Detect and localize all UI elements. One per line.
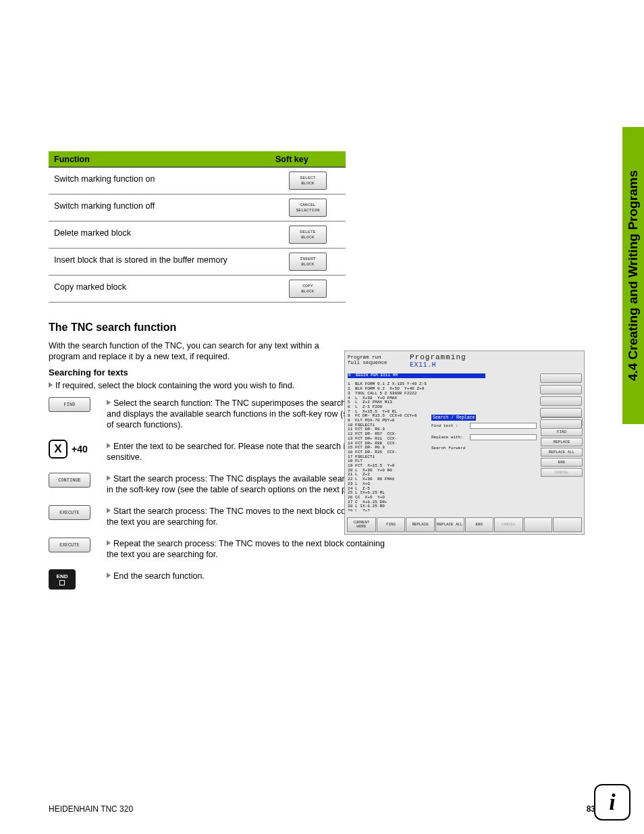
triangle-bullet-icon (107, 540, 111, 546)
softkey-find[interactable]: FIND (49, 397, 90, 412)
dialog-btn-replace-all[interactable]: REPLACE ALL (541, 448, 583, 457)
step-text: Start the search process: The TNC moves … (107, 504, 385, 527)
vertical-softkeys (540, 373, 582, 429)
section-tab-label: 4.4 Creating and Writing Programs (626, 170, 641, 381)
info-icon: i (594, 784, 630, 820)
bottom-softkey (553, 517, 582, 532)
triangle-bullet-icon (107, 400, 111, 405)
triangle-bullet-icon (107, 443, 111, 448)
bottom-softkey[interactable]: FIND (377, 517, 406, 532)
program-file: EX11.H (410, 361, 581, 369)
softkey-continue[interactable]: CONTINUE (49, 473, 90, 488)
step-text: End the search function. (107, 569, 385, 581)
bottom-softkey[interactable]: REPLACE (406, 517, 435, 532)
dialog-btn-cancel[interactable]: CANCEL (541, 468, 583, 477)
step-row: ENDEnd the search function. (49, 569, 385, 590)
softkey-button[interactable]: CANCELSELECTION (289, 199, 327, 217)
preline: If required, select the block containing… (49, 380, 331, 391)
table-row: Switch marking function onSELECTBLOCK (49, 167, 346, 194)
step-text: Start the search process: The TNC displa… (107, 472, 385, 495)
axis-key-x[interactable]: X+40 (49, 440, 88, 459)
step-row: X+40Enter the text to be searched for. P… (49, 440, 385, 463)
find-text-input[interactable] (470, 423, 537, 429)
steps-list: FINDSelect the search function: The TNC … (49, 396, 385, 590)
end-key[interactable]: END (49, 569, 76, 590)
softkey-execute[interactable]: EXECUTE (49, 538, 90, 552)
function-cell: Copy marked block (49, 276, 270, 303)
bottom-softkey[interactable]: REPLACE ALL (435, 517, 464, 532)
footer-product: HEIDENHAIN TNC 320 (49, 804, 133, 814)
bottom-softkey[interactable]: CANCEL (494, 517, 523, 532)
step-row: EXECUTEStart the search process: The TNC… (49, 504, 385, 527)
replace-with-input[interactable] (470, 434, 537, 440)
softkey-execute[interactable]: EXECUTE (49, 505, 90, 520)
bottom-softkey[interactable]: END (465, 517, 494, 532)
dialog-btn-end[interactable]: END (541, 458, 583, 467)
col-function: Function (49, 151, 270, 167)
step-text: Repeat the search process: The TNC moves… (107, 537, 385, 560)
table-row: Copy marked blockCOPYBLOCK (49, 276, 346, 303)
table-row: Insert block that is stored in the buffe… (49, 249, 346, 276)
search-replace-dialog: Search / Replace Find text : Replace wit… (431, 415, 537, 452)
softkey-button[interactable]: DELETEBLOCK (289, 226, 327, 244)
step-row: EXECUTERepeat the search process: The TN… (49, 537, 385, 560)
page-footer: HEIDENHAIN TNC 320 83 (49, 804, 595, 814)
bottom-softkey[interactable]: CURRENTWORD (347, 517, 376, 532)
dialog-title: Search / Replace (431, 415, 476, 421)
tnc-screenshot: Program run full sequence Programming EX… (344, 350, 585, 535)
table-row: Switch marking function offCANCELSELECTI… (49, 194, 346, 221)
function-cell: Delete marked block (49, 221, 270, 249)
bottom-softkey-row: CURRENTWORDFINDREPLACEREPLACE ALLENDCANC… (347, 517, 582, 532)
section-heading: The TNC search function (49, 321, 595, 334)
softkey-button[interactable]: COPYBLOCK (289, 280, 327, 298)
softkey-button[interactable]: SELECTBLOCK (289, 172, 327, 190)
bottom-softkey (524, 517, 553, 532)
mode-right: Programming (410, 353, 581, 361)
step-row: FINDSelect the search function: The TNC … (49, 396, 385, 430)
dialog-btn-replace[interactable]: REPLACE (541, 438, 583, 446)
col-softkey: Soft key (270, 151, 346, 167)
triangle-bullet-icon (49, 382, 53, 388)
triangle-bullet-icon (107, 508, 111, 513)
triangle-bullet-icon (107, 475, 111, 481)
mode-left: Program run full sequence (345, 351, 407, 371)
intro-paragraph: With the search function of the TNC, you… (49, 340, 331, 362)
step-text: Select the search function: The TNC supe… (107, 396, 385, 430)
function-softkey-table: Function Soft key Switch marking functio… (49, 151, 346, 303)
table-row: Delete marked blockDELETEBLOCK (49, 221, 346, 249)
triangle-bullet-icon (107, 573, 111, 578)
step-row: CONTINUEStart the search process: The TN… (49, 472, 385, 495)
function-cell: Switch marking function off (49, 194, 270, 221)
section-tab: 4.4 Creating and Writing Programs (622, 127, 644, 424)
function-cell: Insert block that is stored in the buffe… (49, 249, 270, 276)
function-cell: Switch marking function on (49, 167, 270, 194)
step-text: Enter the text to be searched for. Pleas… (107, 440, 385, 463)
softkey-button[interactable]: INSERTBLOCK (289, 253, 327, 271)
